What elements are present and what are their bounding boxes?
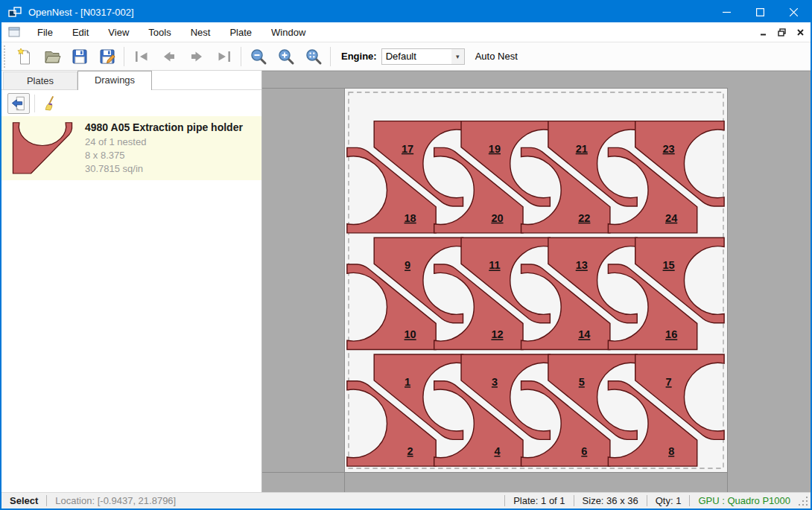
tab-drawings[interactable]: Drawings	[77, 71, 152, 90]
mdi-minimize-icon	[760, 29, 767, 36]
toolbar-separator	[241, 47, 241, 66]
go-last-button[interactable]	[210, 45, 238, 68]
toolbar-separator	[330, 47, 331, 66]
part-number: 1	[405, 376, 410, 388]
open-folder-icon	[43, 48, 61, 66]
menu-plate[interactable]: Plate	[220, 23, 261, 42]
save-button[interactable]	[66, 45, 93, 68]
plate-guide-line	[262, 472, 344, 473]
status-mode: Select	[1, 495, 46, 506]
tab-plates[interactable]: Plates	[3, 71, 77, 89]
drawing-info: 4980 A05 Extraction pipe holder 24 of 1 …	[85, 121, 243, 176]
part-number: 13	[576, 259, 588, 271]
go-last-icon	[215, 48, 233, 66]
part-number: 18	[405, 212, 416, 224]
clean-button[interactable]	[39, 93, 62, 114]
new-document-icon	[16, 48, 34, 66]
auto-nest-button[interactable]: Auto Nest	[475, 51, 518, 62]
status-size: Size: 36 x 36	[574, 495, 647, 506]
menu-nest[interactable]: Nest	[181, 23, 221, 42]
document-icon	[8, 27, 20, 37]
toolbar-grip[interactable]	[4, 45, 7, 68]
drawing-list-item[interactable]: 4980 A05 Extraction pipe holder 24 of 1 …	[1, 116, 261, 180]
maximize-icon	[756, 8, 764, 16]
part-number: 19	[489, 143, 501, 155]
menu-file[interactable]: File	[28, 23, 63, 42]
status-gpu: GPU : Quadro P1000	[690, 495, 799, 506]
sidebar-tabstrip: Plates Drawings	[1, 71, 261, 90]
menu-view[interactable]: View	[98, 23, 139, 42]
save-as-icon	[98, 48, 116, 66]
go-next-button[interactable]	[183, 45, 210, 68]
app-window: OpenNest - [N0317-002] File Edit View To…	[0, 0, 812, 510]
menu-window[interactable]: Window	[261, 23, 315, 42]
part-number: 3	[492, 376, 498, 388]
mdi-close-button[interactable]	[792, 25, 808, 39]
clean-broom-icon	[42, 95, 59, 112]
minimize-icon	[723, 8, 731, 16]
go-next-icon	[188, 48, 206, 66]
drawing-nested-count: 24 of 1 nested	[85, 136, 243, 149]
resize-grip[interactable]	[799, 495, 809, 507]
zoom-in-button[interactable]	[272, 45, 299, 68]
chevron-down-icon[interactable]: ▾	[451, 49, 464, 64]
part-number: 24	[665, 212, 678, 224]
zoom-out-button[interactable]	[244, 45, 272, 68]
statusbar: Select Location: [-0.9437, 21.8796] Plat…	[1, 492, 811, 509]
menu-edit[interactable]: Edit	[63, 23, 98, 42]
open-button[interactable]	[38, 45, 66, 68]
minimize-button[interactable]	[710, 1, 743, 22]
go-previous-button[interactable]	[155, 45, 183, 68]
part-number: 14	[578, 328, 591, 340]
save-as-button[interactable]	[93, 45, 121, 68]
titlebar: OpenNest - [N0317-002]	[1, 1, 811, 22]
import-drawing-button[interactable]	[7, 93, 30, 114]
part-number: 4	[494, 445, 501, 457]
part-number: 7	[666, 376, 672, 388]
plate[interactable]: 171819202122232491011121314151612345678	[344, 88, 728, 473]
app-windows-icon	[7, 6, 22, 18]
import-drawing-icon	[10, 95, 27, 112]
part-number: 12	[491, 328, 503, 340]
status-plate: Plate: 1 of 1	[505, 495, 573, 506]
part-number: 8	[668, 445, 674, 457]
menu-tools[interactable]: Tools	[139, 23, 180, 42]
part-number: 23	[663, 143, 675, 155]
engine-combobox[interactable]: Default ▾	[381, 48, 465, 65]
part-number: 20	[491, 212, 503, 224]
close-icon	[790, 8, 798, 16]
window-title: OpenNest - [N0317-002]	[28, 7, 134, 18]
menubar: File Edit View Tools Nest Plate Window	[1, 22, 811, 42]
nested-part[interactable]	[13, 123, 72, 173]
part-number: 15	[663, 259, 675, 271]
maximize-button[interactable]	[743, 1, 777, 22]
go-first-icon	[133, 48, 150, 66]
panel-toolbar-separator	[34, 95, 35, 112]
mdi-minimize-button[interactable]	[755, 25, 771, 39]
mdi-restore-icon	[778, 28, 786, 36]
sidebar: Plates Drawings	[1, 71, 262, 492]
close-button[interactable]	[777, 1, 811, 22]
part-thumbnail	[10, 121, 74, 176]
new-button[interactable]	[10, 45, 38, 68]
mdi-close-icon	[797, 29, 804, 36]
nesting-canvas[interactable]: 171819202122232491011121314151612345678	[262, 71, 811, 492]
plate-guide-line	[727, 473, 728, 492]
mdi-restore-button[interactable]	[773, 25, 790, 39]
part-number: 11	[489, 259, 500, 271]
drawing-area: 30.7815 sq/in	[85, 162, 243, 176]
part-number: 22	[578, 212, 590, 224]
plate-guide-line	[344, 473, 345, 492]
main-area: Plates Drawings	[1, 71, 811, 492]
toolbar-separator	[124, 47, 124, 66]
zoom-fit-icon	[305, 48, 323, 66]
drawing-title: 4980 A05 Extraction pipe holder	[85, 121, 243, 133]
drawings-toolbar	[1, 90, 261, 116]
engine-label: Engine:	[341, 51, 377, 62]
part-number: 17	[402, 143, 413, 155]
zoom-fit-button[interactable]	[299, 45, 327, 68]
go-previous-icon	[160, 48, 178, 66]
go-first-button[interactable]	[127, 45, 155, 68]
plate-guide-line	[262, 88, 344, 89]
part-number: 21	[576, 143, 588, 155]
